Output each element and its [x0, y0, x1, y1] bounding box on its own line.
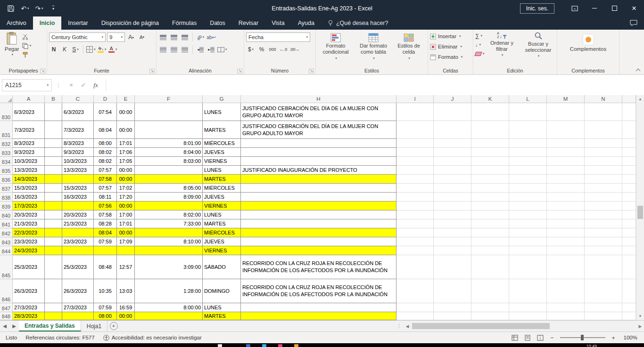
scroll-down-arrow[interactable]: ▼: [636, 312, 644, 320]
cell-I839[interactable]: [396, 202, 434, 210]
cell-D843[interactable]: 07:59: [94, 237, 117, 246]
row-header-835[interactable]: 835: [0, 166, 13, 175]
dialog-launcher-icon[interactable]: ↘: [309, 69, 314, 73]
cell-C845[interactable]: 25/3/2023: [62, 255, 94, 279]
cell-partial-845[interactable]: [622, 255, 636, 279]
column-header-H[interactable]: H: [241, 95, 396, 103]
cell-N830[interactable]: [585, 103, 622, 121]
column-header-A[interactable]: A: [13, 95, 45, 103]
normal-view-button[interactable]: [511, 334, 519, 341]
cell-N832[interactable]: [585, 139, 622, 148]
cell-partial-847[interactable]: [622, 303, 636, 312]
format-as-table-button[interactable]: Dar formato como tabla ▾: [354, 31, 393, 67]
cell-M836[interactable]: [547, 175, 585, 184]
cell-partial-840[interactable]: [622, 210, 636, 219]
cell-L833[interactable]: [509, 148, 547, 157]
taskbar-icon-sliver[interactable]: [294, 344, 298, 347]
cell-D839[interactable]: 07:56: [94, 202, 117, 210]
cell-H845[interactable]: RECORRIDO CON LA CRUZ ROJA EN RECOLECCIÓ…: [241, 255, 396, 279]
cell-H839[interactable]: [241, 202, 396, 210]
cell-D838[interactable]: 08:11: [94, 193, 117, 202]
tab-scroll-splitter[interactable]: ⋮: [395, 321, 404, 331]
bold-button[interactable]: N: [49, 45, 58, 54]
cell-partial-846[interactable]: [622, 279, 636, 303]
cell-A834[interactable]: 10/3/2023: [13, 157, 45, 166]
cell-G830[interactable]: LUNES: [203, 103, 241, 121]
cell-J832[interactable]: [434, 139, 471, 148]
new-sheet-button[interactable]: +: [107, 321, 120, 331]
fill-button[interactable]: ↓▾: [475, 41, 485, 48]
cell-partial-839[interactable]: [622, 202, 636, 210]
format-cells-button[interactable]: Formato ▾: [430, 52, 471, 62]
cell-C836[interactable]: [62, 175, 94, 184]
close-button[interactable]: ×: [624, 0, 644, 16]
tab-formulas[interactable]: Fórmulas: [165, 16, 203, 30]
column-header-L[interactable]: L: [509, 95, 547, 103]
cell-A840[interactable]: 20/3/2023: [13, 210, 45, 219]
save-button[interactable]: [5, 2, 17, 15]
cell-C843[interactable]: 23/3/2023: [62, 237, 94, 246]
row-header-842[interactable]: 842: [0, 228, 13, 237]
cell-C844[interactable]: [62, 246, 94, 255]
cell-I830[interactable]: [396, 103, 434, 121]
cell-E833[interactable]: 17:06: [117, 148, 135, 157]
cell-H834[interactable]: [241, 157, 396, 166]
cell-I837[interactable]: [396, 184, 434, 193]
cell-N835[interactable]: [585, 166, 622, 175]
cell-A845[interactable]: 25/3/2023: [13, 255, 45, 279]
cell-H833[interactable]: [241, 148, 396, 157]
cell-D830[interactable]: 07:54: [94, 103, 117, 121]
cell-G841[interactable]: MARTES: [203, 219, 241, 228]
cell-F841[interactable]: 7:33:00: [135, 219, 203, 228]
cell-K832[interactable]: [471, 139, 509, 148]
cell-A838[interactable]: 16/3/2023: [13, 193, 45, 202]
cell-D848[interactable]: 08:00: [94, 312, 117, 320]
cell-J830[interactable]: [434, 103, 471, 121]
cell-partial-831[interactable]: [622, 121, 636, 139]
underline-button[interactable]: S▾: [71, 45, 80, 54]
row-header-839[interactable]: 839: [0, 202, 13, 210]
cell-C842[interactable]: [62, 228, 94, 237]
cell-F832[interactable]: 8:01:00: [135, 139, 203, 148]
cell-F843[interactable]: 8:10:00: [135, 237, 203, 246]
cell-M838[interactable]: [547, 193, 585, 202]
cell-C838[interactable]: 16/3/2023: [62, 193, 94, 202]
cell-C835[interactable]: 13/3/2023: [62, 166, 94, 175]
cell-K835[interactable]: [471, 166, 509, 175]
cell-partial-836[interactable]: [622, 175, 636, 184]
cell-D832[interactable]: 08:00: [94, 139, 117, 148]
cell-E838[interactable]: 17:20: [117, 193, 135, 202]
insert-cells-button[interactable]: Insertar ▾: [430, 31, 471, 41]
cell-C837[interactable]: 15/3/2023: [62, 184, 94, 193]
copy-button[interactable]: ▾: [22, 42, 32, 49]
sheet-nav-right-arrow[interactable]: ▶: [9, 321, 19, 331]
cell-partial-832[interactable]: [622, 139, 636, 148]
row-header-838[interactable]: 838: [0, 193, 13, 202]
cell-F842[interactable]: [135, 228, 203, 237]
cell-I847[interactable]: [396, 303, 434, 312]
maximize-button[interactable]: [604, 0, 624, 16]
cell-N836[interactable]: [585, 175, 622, 184]
cell-M837[interactable]: [547, 184, 585, 193]
cell-I841[interactable]: [396, 219, 434, 228]
cell-J847[interactable]: [434, 303, 471, 312]
cell-H836[interactable]: [241, 175, 396, 184]
cell-L838[interactable]: [509, 193, 547, 202]
cell-L844[interactable]: [509, 246, 547, 255]
paste-button[interactable]: Pegar ▾: [2, 31, 22, 58]
cell-partial-835[interactable]: [622, 166, 636, 175]
cell-G846[interactable]: DOMINGO: [203, 279, 241, 303]
cell-L837[interactable]: [509, 184, 547, 193]
formula-input[interactable]: [106, 80, 642, 91]
cell-N839[interactable]: [585, 202, 622, 210]
minimize-button[interactable]: [585, 0, 604, 16]
cell-A833[interactable]: 9/3/2023: [13, 148, 45, 157]
cell-L840[interactable]: [509, 210, 547, 219]
cell-E841[interactable]: 17:01: [117, 219, 135, 228]
column-header-G[interactable]: G: [203, 95, 241, 103]
cell-D840[interactable]: 07:58: [94, 210, 117, 219]
column-header-B[interactable]: B: [45, 95, 62, 103]
cell-C831[interactable]: 7/3/2023: [62, 121, 94, 139]
cell-G835[interactable]: LUNES: [203, 166, 241, 175]
ribbon-display-options-button[interactable]: [565, 0, 585, 16]
